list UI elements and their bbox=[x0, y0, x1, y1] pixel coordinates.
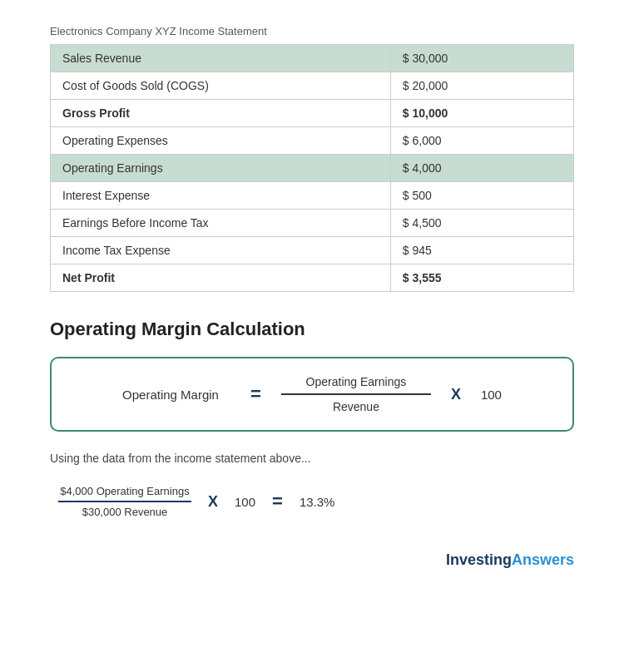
brand-answers: Answers bbox=[512, 551, 574, 568]
row-value: $ 4,000 bbox=[390, 155, 573, 182]
row-label: Earnings Before Income Tax bbox=[51, 210, 391, 237]
table-row: Cost of Goods Sold (COGS)$ 20,000 bbox=[51, 72, 574, 100]
formula-equals: = bbox=[250, 383, 261, 405]
formula-hundred: 100 bbox=[481, 388, 502, 402]
table-row: Sales Revenue$ 30,000 bbox=[51, 45, 574, 72]
income-statement-title: Electronics Company XYZ Income Statement bbox=[50, 25, 574, 37]
row-value: $ 6,000 bbox=[390, 127, 573, 155]
branding: InvestingAnswers bbox=[50, 551, 574, 569]
income-table: Sales Revenue$ 30,000Cost of Goods Sold … bbox=[50, 44, 574, 292]
row-value: $ 4,500 bbox=[390, 210, 573, 237]
row-label: Income Tax Expense bbox=[51, 237, 391, 264]
formula-fraction: Operating Earnings Revenue bbox=[281, 375, 431, 413]
calc-hundred: 100 bbox=[235, 495, 255, 509]
table-row: Interest Expense$ 500 bbox=[51, 182, 574, 210]
formula-numerator: Operating Earnings bbox=[306, 375, 407, 392]
table-row: Gross Profit$ 10,000 bbox=[51, 100, 574, 127]
income-statement-section: Electronics Company XYZ Income Statement… bbox=[50, 25, 574, 292]
data-intro: Using the data from the income statement… bbox=[50, 452, 574, 465]
calc-equals: = bbox=[272, 491, 283, 512]
table-row: Income Tax Expense$ 945 bbox=[51, 237, 574, 264]
row-label: Sales Revenue bbox=[51, 45, 391, 72]
row-value: $ 500 bbox=[390, 182, 573, 210]
row-label: Operating Expenses bbox=[51, 127, 391, 155]
row-value: $ 10,000 bbox=[390, 100, 573, 127]
row-value: $ 3,555 bbox=[390, 264, 573, 292]
row-label: Gross Profit bbox=[51, 100, 391, 127]
row-label: Cost of Goods Sold (COGS) bbox=[51, 72, 391, 100]
calc-denominator: $30,000 Revenue bbox=[82, 502, 168, 518]
table-row: Operating Earnings$ 4,000 bbox=[51, 155, 574, 182]
calculation-section: $4,000 Operating Earnings $30,000 Revenu… bbox=[58, 485, 574, 518]
row-value: $ 30,000 bbox=[390, 45, 573, 72]
table-row: Operating Expenses$ 6,000 bbox=[51, 127, 574, 155]
calc-result: 13.3% bbox=[300, 495, 335, 509]
row-label: Operating Earnings bbox=[51, 155, 391, 182]
row-value: $ 945 bbox=[390, 237, 573, 264]
formula-multiply: X bbox=[451, 386, 461, 403]
row-label: Net Profit bbox=[51, 264, 391, 292]
row-label: Interest Expense bbox=[51, 182, 391, 210]
formula-box: Operating Margin = Operating Earnings Re… bbox=[50, 357, 574, 432]
row-value: $ 20,000 bbox=[390, 72, 573, 100]
calc-fraction: $4,000 Operating Earnings $30,000 Revenu… bbox=[58, 485, 191, 518]
brand-investing: Investing bbox=[446, 551, 512, 568]
table-row: Net Profit$ 3,555 bbox=[51, 264, 574, 292]
formula-line bbox=[281, 393, 431, 395]
calc-multiply: X bbox=[208, 493, 218, 511]
operating-margin-section: Operating Margin Calculation Operating M… bbox=[50, 319, 574, 518]
formula-operating-margin-label: Operating Margin bbox=[122, 388, 230, 402]
calc-numerator: $4,000 Operating Earnings bbox=[60, 485, 189, 501]
formula-denominator: Revenue bbox=[333, 397, 379, 413]
table-row: Earnings Before Income Tax$ 4,500 bbox=[51, 210, 574, 237]
section-title: Operating Margin Calculation bbox=[50, 319, 574, 340]
